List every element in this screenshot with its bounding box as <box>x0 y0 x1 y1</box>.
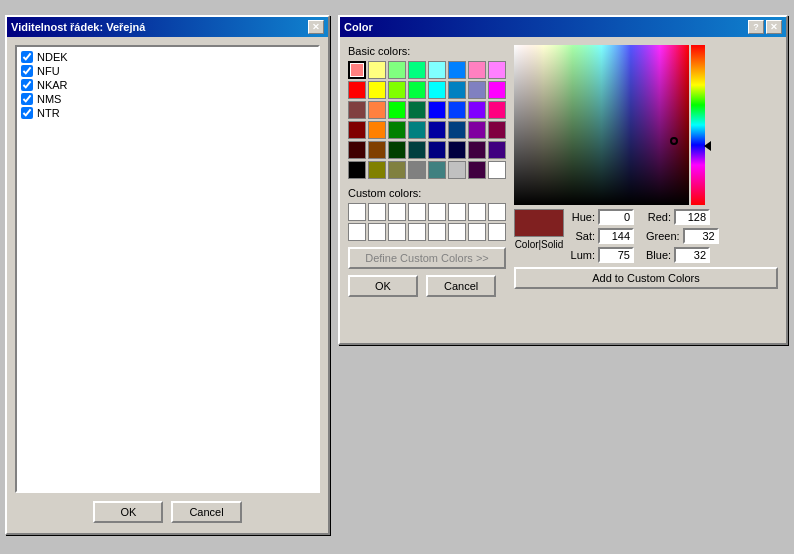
basic-color-swatch[interactable] <box>368 81 386 99</box>
basic-color-swatch[interactable] <box>408 101 426 119</box>
blue-field-row: Blue: <box>646 247 719 263</box>
custom-color-swatch[interactable] <box>448 223 466 241</box>
lum-field-row: Lum: <box>570 247 634 263</box>
basic-color-swatch[interactable] <box>428 121 446 139</box>
left-ok-button[interactable]: OK <box>93 501 163 523</box>
spectrum-svg <box>514 45 689 205</box>
basic-color-swatch[interactable] <box>468 141 486 159</box>
basic-color-swatch[interactable] <box>428 101 446 119</box>
left-dialog: Viditelnost řádek: Veřejná ✕ NDEK NFU <box>5 15 330 535</box>
hue-arrow-indicator <box>704 141 711 151</box>
nfu-label: NFU <box>37 65 60 77</box>
ndek-checkbox[interactable] <box>21 51 33 63</box>
hsv-column: Hue: Sat: Lum: <box>570 209 634 263</box>
nfu-checkbox[interactable] <box>21 65 33 77</box>
basic-color-swatch[interactable] <box>468 101 486 119</box>
hue-label: Hue: <box>570 211 595 223</box>
color-cancel-button[interactable]: Cancel <box>426 275 496 297</box>
left-cancel-button[interactable]: Cancel <box>171 501 241 523</box>
custom-color-swatch[interactable] <box>348 203 366 221</box>
color-dialog-title-bar: Color ? ✕ <box>340 17 786 37</box>
color-help-button[interactable]: ? <box>748 20 764 34</box>
basic-color-swatch[interactable] <box>468 121 486 139</box>
custom-color-swatch[interactable] <box>428 203 446 221</box>
basic-color-swatch[interactable] <box>388 61 406 79</box>
basic-color-swatch[interactable] <box>368 141 386 159</box>
ntr-label: NTR <box>37 107 60 119</box>
basic-color-swatch[interactable] <box>468 61 486 79</box>
basic-color-swatch[interactable] <box>368 121 386 139</box>
green-label: Green: <box>646 230 680 242</box>
basic-color-swatch[interactable] <box>348 101 366 119</box>
hue-slider[interactable] <box>691 45 705 205</box>
basic-color-swatch[interactable] <box>388 121 406 139</box>
custom-color-swatch[interactable] <box>468 203 486 221</box>
basic-color-swatch[interactable] <box>348 141 366 159</box>
custom-color-swatch[interactable] <box>428 223 446 241</box>
custom-color-swatch[interactable] <box>408 203 426 221</box>
custom-color-swatch[interactable] <box>488 203 506 221</box>
blue-input[interactable] <box>674 247 710 263</box>
lum-input[interactable] <box>598 247 634 263</box>
basic-color-swatch[interactable] <box>448 101 466 119</box>
basic-color-swatch[interactable] <box>468 161 486 179</box>
basic-color-swatch[interactable] <box>488 81 506 99</box>
basic-color-swatch[interactable] <box>388 81 406 99</box>
red-input[interactable] <box>674 209 710 225</box>
basic-color-swatch[interactable] <box>428 141 446 159</box>
green-input[interactable] <box>683 228 719 244</box>
basic-color-swatch[interactable] <box>428 61 446 79</box>
basic-color-swatch[interactable] <box>448 81 466 99</box>
color-close-button[interactable]: ✕ <box>766 20 782 34</box>
basic-color-swatch[interactable] <box>348 61 366 79</box>
nms-label: NMS <box>37 93 61 105</box>
basic-color-swatch[interactable] <box>388 161 406 179</box>
basic-color-swatch[interactable] <box>348 81 366 99</box>
custom-color-swatch[interactable] <box>348 223 366 241</box>
basic-color-swatch[interactable] <box>388 101 406 119</box>
basic-color-swatch[interactable] <box>408 61 426 79</box>
basic-color-swatch[interactable] <box>368 101 386 119</box>
basic-color-swatch[interactable] <box>368 61 386 79</box>
ntr-checkbox[interactable] <box>21 107 33 119</box>
color-ok-button[interactable]: OK <box>348 275 418 297</box>
basic-color-swatch[interactable] <box>388 141 406 159</box>
spectrum-canvas[interactable] <box>514 45 689 205</box>
color-dialog-content: Basic colors: Custom colors: Define Cust… <box>340 37 786 341</box>
basic-color-swatch[interactable] <box>408 141 426 159</box>
basic-color-swatch[interactable] <box>428 81 446 99</box>
custom-color-swatch[interactable] <box>368 203 386 221</box>
custom-color-swatch[interactable] <box>388 223 406 241</box>
basic-color-swatch[interactable] <box>488 141 506 159</box>
add-custom-colors-button[interactable]: Add to Custom Colors <box>514 267 778 289</box>
custom-color-swatch[interactable] <box>448 203 466 221</box>
basic-color-swatch[interactable] <box>448 141 466 159</box>
basic-color-swatch[interactable] <box>448 121 466 139</box>
basic-color-swatch[interactable] <box>408 81 426 99</box>
basic-color-swatch[interactable] <box>428 161 446 179</box>
sat-input[interactable] <box>598 228 634 244</box>
basic-color-swatch[interactable] <box>488 161 506 179</box>
basic-color-swatch[interactable] <box>488 61 506 79</box>
basic-color-swatch[interactable] <box>488 101 506 119</box>
hue-input[interactable] <box>598 209 634 225</box>
rgb-column: Red: Green: Blue: <box>646 209 719 263</box>
basic-color-swatch[interactable] <box>368 161 386 179</box>
basic-color-swatch[interactable] <box>408 161 426 179</box>
custom-color-swatch[interactable] <box>368 223 386 241</box>
custom-color-swatch[interactable] <box>468 223 486 241</box>
basic-color-swatch[interactable] <box>448 61 466 79</box>
nkar-checkbox[interactable] <box>21 79 33 91</box>
close-button[interactable]: ✕ <box>308 20 324 34</box>
custom-color-swatch[interactable] <box>388 203 406 221</box>
custom-color-swatch[interactable] <box>408 223 426 241</box>
basic-color-swatch[interactable] <box>468 81 486 99</box>
basic-color-swatch[interactable] <box>408 121 426 139</box>
basic-color-swatch[interactable] <box>448 161 466 179</box>
basic-color-swatch[interactable] <box>348 121 366 139</box>
basic-color-swatch[interactable] <box>348 161 366 179</box>
custom-color-swatch[interactable] <box>488 223 506 241</box>
nms-checkbox[interactable] <box>21 93 33 105</box>
basic-color-swatch[interactable] <box>488 121 506 139</box>
list-item: NMS <box>21 93 314 105</box>
